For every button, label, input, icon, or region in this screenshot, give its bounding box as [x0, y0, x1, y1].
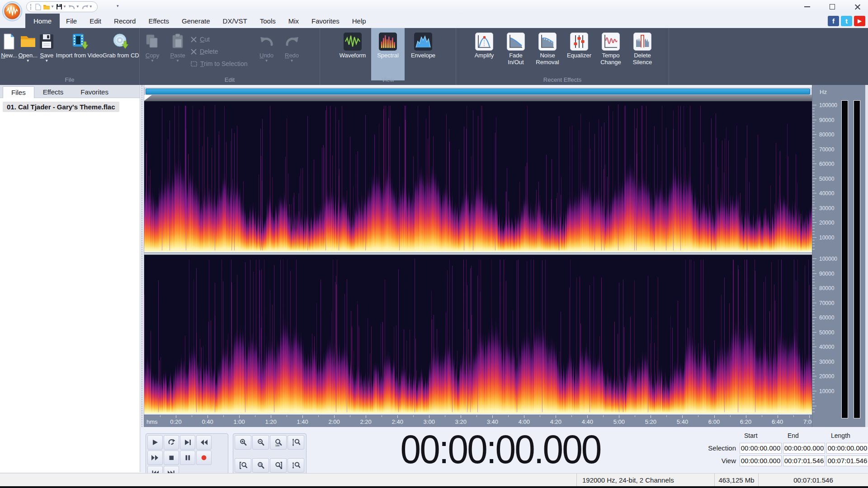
frequency-tick: [812, 361, 816, 362]
quick-save-button[interactable]: ▼: [56, 4, 66, 10]
timeline-tick-label: 2:40: [392, 418, 403, 425]
zoom-100-button[interactable]: 100: [270, 435, 287, 450]
quick-open-button[interactable]: ▼: [43, 4, 54, 10]
tempo-change-button[interactable]: Tempo Change: [595, 28, 626, 80]
file-group-label: File: [0, 76, 139, 83]
scrollbar-thumb[interactable]: [146, 89, 810, 94]
zoom-vertical-out-button[interactable]: [288, 458, 304, 473]
undo-button[interactable]: Undo ▼: [254, 28, 279, 80]
menu-tab-effects[interactable]: Effects: [142, 14, 175, 28]
twitter-icon[interactable]: t: [841, 16, 852, 26]
toolbar-options-button[interactable]: ▾: [117, 4, 119, 8]
horizontal-scrollbar[interactable]: [144, 88, 812, 95]
menu-tab-record[interactable]: Record: [108, 14, 142, 28]
menu-tab-mix[interactable]: Mix: [282, 14, 305, 28]
selection-end-field[interactable]: 00:00:00.000: [783, 443, 825, 454]
zoom-out-button[interactable]: [252, 435, 269, 450]
panel-tab-favorites[interactable]: Favorites: [72, 86, 117, 98]
timeline-minor-tick: [603, 415, 604, 417]
youtube-icon[interactable]: ▶: [854, 16, 865, 26]
save-button[interactable]: Save ▼: [38, 28, 56, 80]
timeline-tick-label: 0:20: [170, 418, 181, 425]
zoom-sel-end-button[interactable]: [270, 458, 287, 473]
zoom-selection-button[interactable]: [252, 458, 269, 473]
zoom-sel-start-icon: [239, 461, 247, 469]
quick-undo-button[interactable]: ▼: [68, 4, 80, 10]
waveform-view-button[interactable]: Waveform: [336, 28, 369, 80]
pause-button[interactable]: [180, 450, 195, 465]
open-button[interactable]: Open... ▼: [18, 28, 38, 80]
fast-forward-button[interactable]: [147, 450, 163, 465]
view-length-field[interactable]: 00:07:01.546: [826, 455, 868, 466]
stop-button[interactable]: [164, 450, 179, 465]
menu-tab-favorites[interactable]: Favorites: [305, 14, 346, 28]
app-logo-icon[interactable]: [2, 1, 23, 22]
seek-ruler[interactable]: [144, 95, 812, 101]
loop-button[interactable]: [164, 435, 179, 450]
facebook-icon[interactable]: f: [828, 16, 839, 26]
selection-length-field[interactable]: 00:00:00.000: [826, 443, 868, 454]
spectrogram-channel-1[interactable]: [144, 101, 812, 252]
menu-tab-generate[interactable]: Generate: [175, 14, 217, 28]
menu-tab-file[interactable]: File: [60, 14, 83, 28]
minimize-button[interactable]: [802, 2, 812, 12]
delete-button[interactable]: Delete: [190, 47, 248, 56]
play-button[interactable]: [147, 435, 163, 450]
equalizer-icon: [570, 33, 588, 51]
menu-tab-home[interactable]: Home: [25, 14, 60, 28]
fade-in-out-button[interactable]: Fade In/Out: [500, 28, 531, 80]
grab-from-cd-button[interactable]: Grab from CD: [103, 28, 139, 80]
view-end-field[interactable]: 00:07:01.546: [783, 455, 825, 466]
spectrogram-channel-2[interactable]: [144, 255, 812, 414]
menu-tab-help[interactable]: Help: [346, 14, 373, 28]
frequency-tick: [812, 379, 815, 380]
trim-to-selection-button[interactable]: Trim to Selection: [190, 60, 248, 68]
frequency-label: 60000: [819, 314, 834, 321]
view-start-field[interactable]: 00:00:00.000: [740, 455, 782, 466]
window-controls: [802, 0, 863, 14]
paste-button[interactable]: Paste ▼: [165, 28, 190, 80]
new-button[interactable]: New...: [0, 28, 18, 80]
frequency-tick: [812, 184, 815, 185]
cut-button[interactable]: Cut: [190, 35, 248, 43]
duration-status: 00:07:01.546: [758, 474, 868, 486]
frequency-tick: [812, 341, 815, 341]
quick-redo-button[interactable]: ▼: [81, 4, 93, 10]
selection-start-field[interactable]: 00:00:00.000: [740, 443, 782, 454]
record-button[interactable]: [196, 450, 212, 465]
chevron-down-icon: ▼: [26, 59, 30, 63]
panel-tab-effects[interactable]: Effects: [34, 86, 72, 98]
timeline-minor-tick: [192, 415, 192, 417]
equalizer-button[interactable]: Equalizer: [564, 28, 594, 80]
zoom-vertical-in-button[interactable]: [288, 435, 304, 450]
panel-splitter[interactable]: [140, 85, 144, 472]
import-from-video-button[interactable]: Import from Video: [56, 28, 103, 80]
envelope-view-button[interactable]: Envelope: [406, 28, 440, 80]
delete-silence-button[interactable]: Delete Silence: [627, 28, 658, 80]
redo-button[interactable]: Redo ▼: [279, 28, 305, 80]
frequency-scale-rail: Hz 1000009000080000700006000050000400003…: [812, 85, 868, 427]
noise-removal-button[interactable]: Noise Removal: [532, 28, 563, 80]
frequency-tick: [812, 276, 815, 277]
frequency-tick: [812, 152, 815, 152]
zoom-in-button[interactable]: [235, 435, 251, 450]
timeline-ruler[interactable]: hms 0:200:401:001:201:402:002:202:403:00…: [144, 415, 812, 427]
frequency-tick: [812, 291, 815, 291]
menu-tab-tools[interactable]: Tools: [254, 14, 282, 28]
close-button[interactable]: [853, 2, 863, 12]
play-next-button[interactable]: [180, 435, 195, 450]
menu-tab-edit[interactable]: Edit: [83, 14, 108, 28]
restore-button[interactable]: [827, 2, 837, 12]
zoom-sel-start-button[interactable]: [235, 458, 251, 473]
spectral-view-button[interactable]: Spectral: [371, 28, 405, 80]
panel-tab-files[interactable]: Files: [3, 86, 34, 98]
playhead-marker-icon[interactable]: [144, 95, 152, 101]
rewind-button[interactable]: [196, 435, 212, 450]
menu-tab-dxvst[interactable]: DX/VST: [217, 14, 254, 28]
quick-new-button[interactable]: [35, 4, 41, 10]
toolbar-grip[interactable]: [30, 4, 33, 9]
file-list-item[interactable]: 01. Cal Tjader - Gary's Theme.flac: [3, 102, 119, 112]
amplify-button[interactable]: Amplify: [469, 28, 500, 80]
import-video-label: Import from Video: [56, 52, 103, 59]
copy-button[interactable]: Copy ▼: [140, 28, 165, 80]
